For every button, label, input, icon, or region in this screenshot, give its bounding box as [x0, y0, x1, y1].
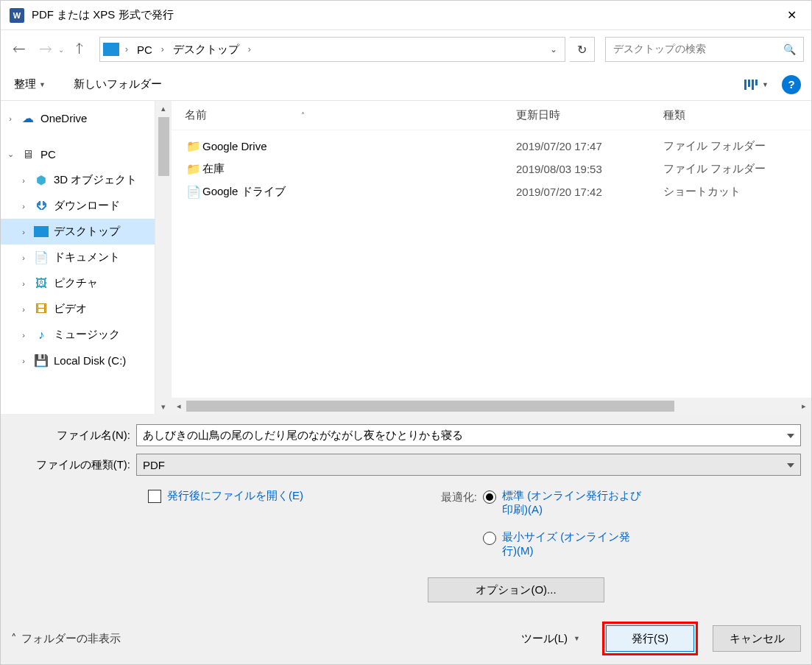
scroll-down-icon[interactable]: ▾	[155, 399, 172, 414]
shortcut-icon: 📄	[185, 185, 202, 199]
expand-caret-icon[interactable]: ›	[18, 228, 29, 236]
collapse-caret-icon[interactable]: ⌄	[5, 149, 15, 159]
tree-item-pictures[interactable]: › 🖼 ピクチャ	[1, 270, 155, 296]
checkbox-icon	[148, 490, 161, 503]
address-bar[interactable]: › PC › デスクトップ › ⌄	[99, 37, 565, 62]
column-date[interactable]: 更新日時	[516, 108, 663, 122]
scroll-up-icon[interactable]: ▴	[155, 101, 172, 116]
scroll-track[interactable]	[186, 401, 797, 412]
folder-icon: 📁	[185, 139, 202, 153]
scroll-right-icon[interactable]: ▸	[797, 401, 811, 411]
tree-label: デスクトップ	[54, 225, 120, 239]
address-dropdown[interactable]: ⌄	[546, 44, 562, 54]
filename-row: ファイル名(N): あしびきの山鳥の尾のしだり尾のながながし夜をひとりかも寝る	[11, 424, 801, 446]
scroll-thumb[interactable]	[186, 401, 674, 412]
history-dropdown[interactable]: ⌄	[58, 46, 64, 54]
location-icon	[103, 43, 119, 56]
download-icon: ⮋	[33, 200, 49, 213]
breadcrumb-pc[interactable]: PC	[134, 42, 155, 57]
radio-minimum-label: 最小サイズ (オンライン発行)(M)	[502, 530, 645, 558]
videos-icon: 🎞	[33, 303, 49, 316]
breadcrumb-desktop[interactable]: デスクトップ	[170, 41, 242, 58]
column-name[interactable]: 名前 ˄	[185, 108, 516, 122]
disk-icon: 💾	[33, 354, 49, 367]
file-date: 2019/08/03 19:53	[516, 163, 663, 175]
file-row[interactable]: 📁 在庫 2019/08/03 19:53 ファイル フォルダー	[172, 158, 811, 180]
open-after-checkbox[interactable]: 発行後にファイルを開く(E)	[148, 489, 303, 503]
breadcrumb-separator: ›	[158, 44, 167, 54]
cancel-button[interactable]: キャンセル	[713, 625, 801, 652]
expand-caret-icon[interactable]: ›	[18, 305, 29, 314]
tree-item-onedrive[interactable]: › ☁ OneDrive	[1, 105, 155, 131]
tree-item-pc[interactable]: ⌄ 🖥 PC	[1, 141, 155, 167]
view-list-icon	[744, 80, 758, 90]
refresh-button[interactable]: ↻	[570, 37, 595, 62]
back-button[interactable]: 🡐	[8, 38, 30, 60]
close-button[interactable]: ✕	[773, 1, 810, 29]
file-row[interactable]: 📁 Google Drive 2019/07/20 17:47 ファイル フォル…	[172, 135, 811, 158]
horizontal-scrollbar[interactable]: ◂ ▸	[172, 398, 811, 414]
new-folder-button[interactable]: 新しいフォルダー	[71, 74, 165, 94]
expand-caret-icon[interactable]: ›	[18, 176, 29, 185]
organize-label: 整理	[14, 77, 36, 91]
sidebar-scrollbar[interactable]: ▴ ▾	[155, 101, 172, 414]
tree-label: Local Disk (C:)	[54, 354, 126, 367]
forward-button[interactable]: 🡒	[35, 38, 57, 60]
tree-item-3d[interactable]: › ⬢ 3D オブジェクト	[1, 167, 155, 193]
hide-folders-button[interactable]: ˄ フォルダーの非表示	[11, 632, 121, 646]
options-button[interactable]: オプション(O)...	[428, 577, 604, 602]
search-icon[interactable]: 🔍	[783, 43, 796, 55]
optimize-group: 最適化: 標準 (オンライン発行および印刷)(A) 最小サイズ (オンライン発行…	[436, 489, 645, 558]
publish-button[interactable]: 発行(S)	[606, 625, 694, 652]
tree-item-downloads[interactable]: › ⮋ ダウンロード	[1, 193, 155, 219]
organize-menu[interactable]: 整理 ▼	[11, 74, 49, 94]
view-mode-button[interactable]: ▼	[744, 80, 769, 90]
documents-icon: 📄	[33, 251, 49, 264]
radio-standard[interactable]: 標準 (オンライン発行および印刷)(A)	[483, 489, 645, 517]
hide-folders-label: フォルダーの非表示	[21, 632, 121, 646]
optimize-radios: 標準 (オンライン発行および印刷)(A) 最小サイズ (オンライン発行)(M)	[483, 489, 645, 558]
pictures-icon: 🖼	[33, 277, 49, 290]
save-form: ファイル名(N): あしびきの山鳥の尾のしだり尾のながながし夜をひとりかも寝る …	[1, 414, 811, 613]
word-icon: W	[10, 8, 24, 23]
filename-value: あしびきの山鳥の尾のしだり尾のながながし夜をひとりかも寝る	[143, 429, 463, 443]
tree-item-localdisk[interactable]: › 💾 Local Disk (C:)	[1, 348, 155, 373]
file-type: ファイル フォルダー	[663, 139, 766, 153]
tree-item-documents[interactable]: › 📄 ドキュメント	[1, 244, 155, 270]
scroll-thumb[interactable]	[158, 117, 169, 176]
filename-label: ファイル名(N):	[11, 429, 136, 443]
folder-tree: › ☁ OneDrive ⌄ 🖥 PC › ⬢ 3D オブジェクト › ⮋ ダウ…	[1, 101, 155, 414]
filetype-select[interactable]: PDF	[136, 454, 801, 476]
search-placeholder: デスクトップの検索	[613, 43, 706, 56]
expand-caret-icon[interactable]: ›	[5, 114, 15, 123]
tools-menu[interactable]: ツール(L) ▼	[521, 632, 580, 646]
expand-caret-icon[interactable]: ›	[18, 356, 29, 365]
expand-caret-icon[interactable]: ›	[18, 202, 29, 211]
tree-item-desktop[interactable]: › デスクトップ	[1, 219, 155, 244]
column-type[interactable]: 種類	[663, 108, 798, 122]
up-button[interactable]: 🡑	[68, 38, 91, 60]
sort-asc-icon: ˄	[301, 111, 305, 119]
scroll-left-icon[interactable]: ◂	[172, 401, 186, 411]
tree-label: ドキュメント	[54, 250, 120, 264]
file-name: Google ドライブ	[202, 185, 516, 199]
column-name-label: 名前	[185, 108, 207, 122]
breadcrumb-separator: ›	[245, 44, 254, 54]
file-row[interactable]: 📄 Google ドライブ 2019/07/20 17:42 ショートカット	[172, 180, 811, 203]
tree-label: 3D オブジェクト	[54, 173, 137, 187]
pc-icon: 🖥	[20, 148, 36, 161]
breadcrumb-separator: ›	[122, 44, 131, 54]
expand-caret-icon[interactable]: ›	[18, 331, 29, 339]
search-input[interactable]: デスクトップの検索 🔍	[605, 37, 804, 62]
radio-minimum[interactable]: 最小サイズ (オンライン発行)(M)	[483, 530, 645, 558]
file-date: 2019/07/20 17:42	[516, 186, 663, 198]
music-icon: ♪	[33, 328, 49, 342]
tree-item-music[interactable]: › ♪ ミュージック	[1, 322, 155, 348]
expand-caret-icon[interactable]: ›	[18, 279, 29, 288]
tree-item-videos[interactable]: › 🎞 ビデオ	[1, 296, 155, 322]
tools-label: ツール(L)	[521, 632, 568, 646]
help-button[interactable]: ?	[782, 75, 801, 94]
filename-input[interactable]: あしびきの山鳥の尾のしだり尾のながながし夜をひとりかも寝る	[136, 424, 801, 446]
expand-caret-icon[interactable]: ›	[18, 253, 29, 262]
radio-unchecked-icon	[483, 532, 496, 545]
